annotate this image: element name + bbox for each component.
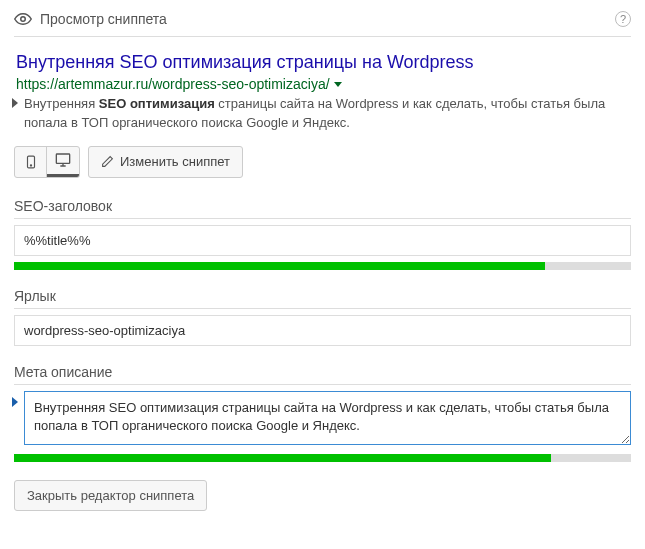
- preview-title[interactable]: Внутренняя SEO оптимизация страницы на W…: [16, 51, 629, 74]
- desktop-toggle[interactable]: [47, 147, 79, 177]
- preview-url-row: https://artemmazur.ru/wordpress-seo-opti…: [16, 76, 629, 92]
- meta-desc-progress-fill: [14, 454, 551, 462]
- mobile-toggle[interactable]: [15, 147, 47, 177]
- svg-rect-3: [56, 154, 69, 163]
- meta-desc-progress: [14, 454, 631, 462]
- help-icon[interactable]: ?: [615, 11, 631, 27]
- device-toggle: [14, 146, 80, 178]
- seo-title-label: SEO-заголовок: [14, 198, 631, 219]
- svg-point-2: [30, 165, 31, 166]
- edit-snippet-button[interactable]: Изменить сниппет: [88, 146, 243, 178]
- svg-point-0: [21, 17, 26, 22]
- mobile-icon: [24, 153, 38, 171]
- caret-right-icon: [12, 98, 18, 108]
- seo-title-progress: [14, 262, 631, 270]
- snippet-header: Просмотр сниппета ?: [14, 10, 631, 37]
- close-editor-label: Закрыть редактор сниппета: [27, 488, 194, 503]
- close-editor-button[interactable]: Закрыть редактор сниппета: [14, 480, 207, 511]
- eye-icon: [14, 10, 32, 28]
- slug-label: Ярлык: [14, 288, 631, 309]
- seo-title-input[interactable]: [14, 225, 631, 256]
- slug-input[interactable]: [14, 315, 631, 346]
- desktop-icon: [54, 152, 72, 168]
- meta-desc-textarea[interactable]: [24, 391, 631, 445]
- caret-right-icon: [12, 397, 18, 407]
- preview-url[interactable]: https://artemmazur.ru/wordpress-seo-opti…: [16, 76, 330, 92]
- caret-down-icon[interactable]: [334, 82, 342, 87]
- edit-snippet-label: Изменить сниппет: [120, 154, 230, 169]
- toolbar: Изменить сниппет: [14, 146, 631, 178]
- pencil-icon: [101, 155, 114, 168]
- meta-desc-block: Мета описание: [14, 364, 631, 462]
- seo-title-block: SEO-заголовок: [14, 198, 631, 270]
- slug-block: Ярлык: [14, 288, 631, 346]
- seo-title-progress-fill: [14, 262, 545, 270]
- meta-desc-label: Мета описание: [14, 364, 631, 385]
- header-title: Просмотр сниппета: [40, 11, 167, 27]
- snippet-preview: Внутренняя SEO оптимизация страницы на W…: [16, 51, 629, 132]
- preview-description: Внутренняя SEO оптимизация страницы сайт…: [16, 95, 629, 131]
